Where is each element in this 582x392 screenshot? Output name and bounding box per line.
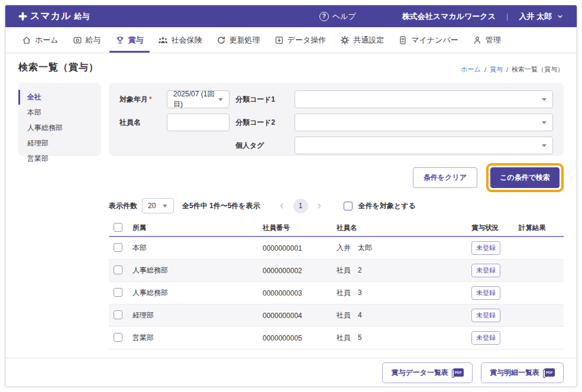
- help-label: ヘルプ: [332, 11, 356, 22]
- nav-label: 賞与: [128, 35, 144, 46]
- table-row: 人事総務部 0000000003 社員 3 未登録: [109, 282, 564, 304]
- page-size-label: 表示件数: [109, 201, 137, 211]
- category-code2-label: 分類コード2: [235, 118, 289, 128]
- row-checkbox[interactable]: [114, 243, 122, 252]
- nav-label: データ操作: [287, 35, 326, 46]
- department-sidebar: 全社 本部 人事総務部 経理部 営業部: [18, 83, 101, 156]
- breadcrumb-separator: /: [506, 66, 508, 73]
- category-code2-select[interactable]: [295, 114, 553, 131]
- nav-label: 共通設定: [353, 35, 384, 46]
- nav-item-home[interactable]: ホーム: [16, 27, 64, 53]
- category-code1-label: 分類コード1: [235, 95, 289, 105]
- status-badge: 未登録: [471, 331, 500, 345]
- select-all-checkbox[interactable]: [344, 202, 353, 210]
- social-insurance-people-icon: [158, 35, 168, 45]
- clear-conditions-button[interactable]: 条件をクリア: [413, 167, 477, 188]
- sidebar-item-hr-general-affairs[interactable]: 人事総務部: [18, 121, 101, 135]
- search-form: 対象年月* 2025/07 (1回目) 分類コード1 社員名 分類コード2: [109, 83, 564, 156]
- breadcrumb-bonus-link[interactable]: 賞与: [490, 65, 503, 74]
- cell-emp-no: 0000000001: [263, 244, 337, 252]
- pagination: 1: [276, 199, 326, 213]
- row-checkbox[interactable]: [114, 310, 122, 319]
- nav-item-update[interactable]: 更新処理: [211, 27, 266, 53]
- search-button[interactable]: この条件で検索: [490, 167, 560, 188]
- breadcrumb-home-link[interactable]: ホーム: [461, 65, 481, 74]
- cell-dept: 営業部: [132, 333, 263, 343]
- nav-item-social-insurance[interactable]: 社会保険: [152, 27, 208, 53]
- page-title: 検索一覧（賞与）: [18, 61, 99, 74]
- cell-emp-no: 0000000004: [263, 312, 337, 320]
- employee-name-input[interactable]: [167, 114, 229, 131]
- top-bar-right: ? ヘルプ 株式会社スマカルワークス | 入井 太郎: [319, 11, 564, 22]
- nav-item-bonus[interactable]: 賞与: [109, 27, 150, 53]
- salary-icon: [73, 35, 82, 45]
- help-button[interactable]: ? ヘルプ: [319, 11, 356, 22]
- nav-item-salary[interactable]: 給与: [67, 27, 107, 53]
- logo-subtext: 給与: [75, 11, 90, 22]
- row-checkbox[interactable]: [114, 265, 122, 274]
- cell-name: 社員 4: [337, 310, 471, 320]
- target-month-select[interactable]: 2025/07 (1回目): [167, 90, 229, 108]
- bonus-detail-list-button[interactable]: 賞与明細一覧表 PDF: [481, 362, 564, 383]
- bonus-data-list-button[interactable]: 賞与データ一覧表 PDF: [382, 362, 473, 383]
- status-badge: 未登録: [471, 286, 500, 300]
- nav-item-mynumber[interactable]: マイナンバー: [392, 27, 464, 53]
- nav-item-settings[interactable]: 共通設定: [334, 27, 390, 53]
- cell-emp-no: 0000000002: [263, 267, 337, 275]
- nav-item-admin[interactable]: 管理: [467, 27, 507, 53]
- col-status: 賞与状況: [471, 223, 519, 232]
- nav-label: 管理: [486, 35, 501, 46]
- gear-icon: [340, 35, 350, 45]
- sidebar-item-accounting[interactable]: 経理部: [18, 136, 101, 151]
- page-number-button[interactable]: 1: [293, 199, 308, 213]
- result-list-area: 表示件数 20 全5件中 1件〜5件を表示 1: [109, 197, 564, 349]
- id-card-icon: [398, 35, 408, 45]
- sidebar-item-headquarters[interactable]: 本部: [18, 105, 101, 120]
- bonus-trophy-icon: [115, 35, 125, 45]
- app-window: スマカル 給与 ? ヘルプ 株式会社スマカルワークス | 入井 太郎 ホーム: [5, 5, 577, 387]
- table-row: 経理部 0000000004 社員 4 未登録: [109, 304, 564, 327]
- person-icon: [473, 35, 482, 45]
- cell-dept: 経理部: [132, 310, 263, 320]
- prev-page-button[interactable]: [276, 199, 289, 212]
- nav-label: 社会保険: [172, 35, 202, 46]
- personal-tag-label: 個人タグ: [235, 141, 289, 151]
- user-menu[interactable]: 入井 太郎: [519, 11, 564, 22]
- list-controls: 表示件数 20 全5件中 1件〜5件を表示 1: [109, 197, 564, 214]
- refresh-icon: [216, 35, 226, 45]
- personal-tag-select[interactable]: [295, 137, 553, 154]
- col-name: 社員名: [337, 223, 471, 232]
- page-size-select[interactable]: 20: [142, 198, 174, 213]
- help-icon: ?: [319, 12, 329, 21]
- home-icon: [22, 35, 31, 45]
- breadcrumb: ホーム / 賞与 / 検索一覧（賞与）: [461, 65, 564, 74]
- cell-emp-no: 0000000003: [263, 289, 337, 297]
- filter-section: 全社 本部 人事総務部 経理部 営業部 対象年月* 2025/07 (1回目) …: [18, 83, 564, 156]
- next-page-button[interactable]: [313, 199, 326, 212]
- row-checkbox[interactable]: [114, 333, 122, 342]
- search-button-highlight: この条件で検索: [486, 163, 564, 192]
- table-row: 営業部 0000000005 社員 5 未登録: [109, 327, 564, 349]
- employee-name-label: 社員名: [119, 118, 161, 128]
- search-actions: 条件をクリア この条件で検索: [18, 164, 564, 190]
- cell-name: 入井 太郎: [337, 243, 471, 253]
- caret-down-icon: [163, 205, 167, 208]
- table-header: 所属 社員番号 社員名 賞与状況 計算結果: [109, 219, 564, 237]
- row-checkbox[interactable]: [114, 288, 122, 297]
- col-result: 計算結果: [519, 223, 564, 232]
- cell-dept: 本部: [132, 243, 263, 253]
- sidebar-item-all-company[interactable]: 全社: [18, 90, 101, 105]
- header-checkbox[interactable]: [114, 223, 122, 232]
- user-name: 入井 太郎: [519, 11, 552, 22]
- category-code1-select[interactable]: [295, 90, 553, 108]
- plus-logo-icon: [18, 12, 27, 21]
- logo-text: スマカル: [30, 10, 72, 22]
- caret-down-icon: [542, 98, 547, 101]
- select-all-label: 全件を対象とする: [358, 201, 416, 211]
- pdf-icon: PDF: [544, 368, 555, 377]
- company-name: 株式会社スマカルワークス: [402, 11, 496, 22]
- nav-item-data[interactable]: データ操作: [269, 27, 332, 53]
- caret-down-icon: [542, 121, 547, 124]
- cell-dept: 人事総務部: [132, 288, 263, 298]
- app-logo[interactable]: スマカル 給与: [18, 10, 90, 22]
